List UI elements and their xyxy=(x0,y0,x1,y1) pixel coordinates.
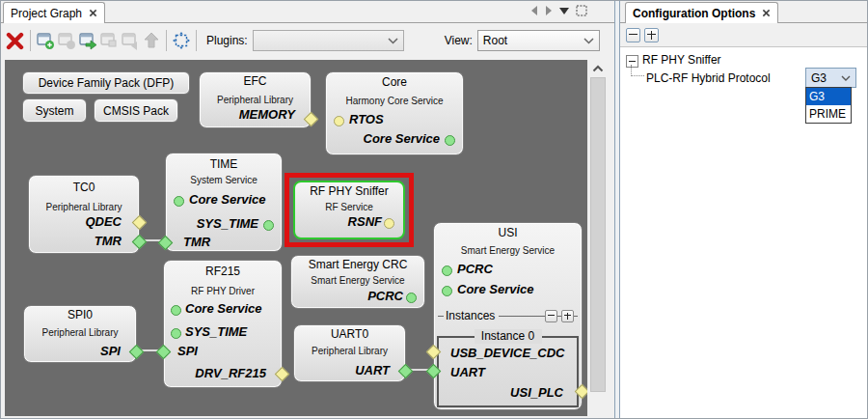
instances-label: Instances xyxy=(444,309,499,322)
node-rf-phy-sniffer[interactable]: RF PHY Sniffer RF Service RSNF xyxy=(293,181,405,239)
canvas-vertical-scrollbar[interactable] xyxy=(589,60,606,416)
diamond-green-icon[interactable] xyxy=(158,236,174,251)
node-title: EFC xyxy=(200,74,311,89)
node-tc0[interactable]: TC0 Peripheral Library QDEC TMR xyxy=(28,175,140,254)
node-subtitle: Peripheral Library xyxy=(29,201,139,213)
cap-tmr: TMR xyxy=(183,235,210,250)
node-title: TC0 xyxy=(29,181,139,195)
cap-rtos: RTOS xyxy=(349,112,384,127)
delete-x-icon xyxy=(6,31,25,50)
instance-0-group: Instance 0 USB_DEVICE_CDC UART USI_PLC xyxy=(437,336,579,407)
node-rf215[interactable]: RF215 RF PHY Driver Core Service SYS_TIM… xyxy=(163,260,283,388)
import-view-button[interactable] xyxy=(77,30,98,51)
diamond-green-icon[interactable] xyxy=(132,235,148,250)
left-tabbar: Project Graph xyxy=(1,1,614,23)
options-toolbar xyxy=(620,23,867,47)
tab-configuration-options[interactable]: Configuration Options xyxy=(625,2,778,23)
node-usi[interactable]: USI Smart Energy Service PCRC Core Servi… xyxy=(433,222,583,410)
project-graph-canvas[interactable]: Device Family Pack (DFP) System CMSIS Pa… xyxy=(5,60,587,416)
pill-device-family-pack[interactable]: Device Family Pack (DFP) xyxy=(22,71,190,95)
node-efc[interactable]: EFC Peripheral Library MEMORY xyxy=(199,71,312,128)
circle-yellow-icon[interactable] xyxy=(334,116,344,126)
diamond-yellow-icon[interactable] xyxy=(304,112,319,127)
node-title: UART0 xyxy=(294,327,405,342)
node-time[interactable]: TIME System Service Core Service SYS_TIM… xyxy=(165,153,283,252)
window-remove-icon xyxy=(57,31,76,50)
delete-component-button[interactable] xyxy=(5,30,26,51)
pill-label: System xyxy=(35,104,73,118)
circle-yellow-icon[interactable] xyxy=(384,218,394,229)
maximize-window-icon[interactable] xyxy=(576,5,587,16)
option-prime[interactable]: PRIME xyxy=(806,105,851,123)
circle-green-icon[interactable] xyxy=(445,135,455,146)
node-title: Core xyxy=(326,75,463,90)
window-add-icon xyxy=(36,31,55,50)
right-tabbar: Configuration Options xyxy=(620,1,867,23)
node-subtitle: Peripheral Library xyxy=(200,94,311,106)
diamond-green-icon[interactable] xyxy=(156,345,172,360)
circle-green-icon[interactable] xyxy=(171,328,181,339)
cap-sys-time: SYS_TIME xyxy=(185,324,247,340)
scrollbar-up-button[interactable] xyxy=(589,61,606,76)
tree-connector-line xyxy=(631,65,644,76)
tab-project-graph-label: Project Graph xyxy=(11,7,82,20)
cap-drv-rf215: DRV_RF215 xyxy=(195,366,266,381)
window-back-arrow-icon xyxy=(121,31,140,50)
cap-core-service: Core Service xyxy=(185,301,262,317)
hybrid-protocol-option-list: G3 PRIME xyxy=(805,87,852,124)
project-graph-toolbar: Plugins: View: Root xyxy=(1,23,618,58)
node-spi0[interactable]: SPI0 Peripheral Library SPI xyxy=(23,305,137,363)
diamond-green-icon[interactable] xyxy=(129,345,145,360)
pill-cmsis-pack[interactable]: CMSIS Pack xyxy=(94,98,178,123)
fit-to-view-button[interactable] xyxy=(171,30,192,51)
back-view-button xyxy=(120,30,141,51)
plugins-dropdown[interactable] xyxy=(253,30,404,51)
circle-green-icon[interactable] xyxy=(263,220,274,231)
cap-qdec: QDEC xyxy=(85,214,122,230)
configuration-options-panel: Configuration Options RF PHY Sniffer PLC… xyxy=(620,1,867,418)
tree-node-rf-phy-sniffer[interactable]: RF PHY Sniffer xyxy=(642,52,721,68)
node-title: SPI0 xyxy=(24,308,136,322)
diamond-yellow-icon[interactable] xyxy=(275,367,290,382)
pill-label: Device Family Pack (DFP) xyxy=(39,76,175,90)
view-dropdown[interactable]: Root xyxy=(477,30,600,51)
pill-system[interactable]: System xyxy=(22,98,87,123)
hybrid-protocol-value: G3 xyxy=(811,71,827,85)
scroll-tabs-right-icon[interactable] xyxy=(545,6,553,15)
new-window-button[interactable] xyxy=(35,30,56,51)
close-icon[interactable] xyxy=(89,9,97,17)
instance-0-label: Instance 0 xyxy=(475,329,542,344)
cap-core-service: Core Service xyxy=(364,131,441,147)
node-smart-energy-crc[interactable]: Smart Energy CRC Smart Energy Service PC… xyxy=(290,255,425,309)
tab-configuration-options-label: Configuration Options xyxy=(633,7,755,20)
option-g3[interactable]: G3 xyxy=(806,88,851,105)
toolbar-separator xyxy=(166,30,167,51)
add-instance-button[interactable] xyxy=(561,310,574,322)
remove-instance-button[interactable] xyxy=(545,310,557,322)
tree-node-plc-rf-hybrid-protocol: PLC-RF Hybrid Protocol xyxy=(646,70,771,86)
node-uart0[interactable]: UART0 Peripheral Library UART xyxy=(293,324,406,382)
collapse-all-button[interactable] xyxy=(626,28,640,42)
node-subtitle: RF PHY Driver xyxy=(164,285,282,297)
cap-core-service: Core Service xyxy=(189,192,266,208)
circle-green-icon[interactable] xyxy=(174,196,184,207)
hybrid-protocol-dropdown[interactable]: G3 xyxy=(805,68,856,88)
scrollbar-thumb[interactable] xyxy=(590,77,606,392)
diamond-yellow-icon[interactable] xyxy=(132,215,148,231)
tab-list-dropdown-icon[interactable] xyxy=(559,8,569,14)
circle-green-icon[interactable] xyxy=(442,286,452,296)
export-view-button xyxy=(98,30,120,51)
chevron-down-icon xyxy=(388,38,398,44)
cap-spi: SPI xyxy=(177,344,198,359)
node-core[interactable]: Core Harmony Core Service RTOS Core Serv… xyxy=(325,71,464,155)
circle-green-icon[interactable] xyxy=(171,305,181,316)
tab-project-graph[interactable]: Project Graph xyxy=(3,2,105,23)
chevron-down-icon xyxy=(841,75,851,81)
circle-green-icon[interactable] xyxy=(442,265,452,276)
close-icon[interactable] xyxy=(762,9,771,17)
node-subtitle: Smart Energy Service xyxy=(434,244,582,257)
expand-all-button[interactable] xyxy=(644,28,659,42)
diamond-green-icon[interactable] xyxy=(398,364,414,379)
circle-green-icon[interactable] xyxy=(406,293,417,303)
scroll-tabs-left-icon[interactable] xyxy=(530,6,538,15)
